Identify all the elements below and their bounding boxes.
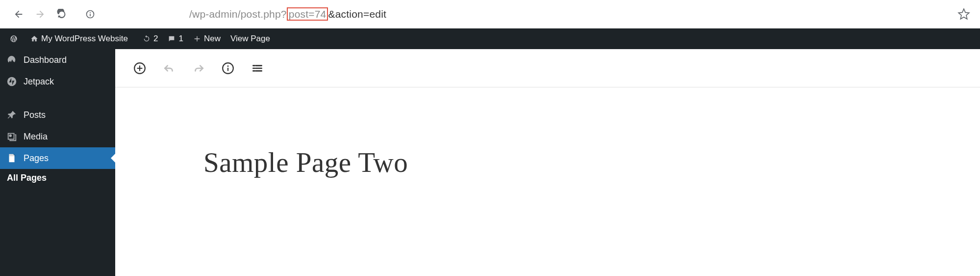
sidebar-item-dashboard[interactable]: Dashboard <box>0 49 115 71</box>
svg-rect-8 <box>227 67 228 71</box>
reload-icon <box>56 9 67 20</box>
update-icon <box>143 33 153 44</box>
sidebar-item-pages[interactable]: Pages <box>0 147 115 169</box>
wp-logo-menu[interactable] <box>5 28 25 49</box>
pages-icon <box>6 152 18 164</box>
site-title: My WordPress Website <box>41 34 128 44</box>
back-button[interactable] <box>10 5 27 23</box>
sidebar-label-media: Media <box>24 132 48 142</box>
dashboard-icon <box>6 54 18 66</box>
info-icon[interactable] <box>84 8 96 20</box>
list-icon <box>251 62 264 75</box>
media-icon <box>6 131 18 142</box>
sidebar-label-posts: Posts <box>24 110 46 120</box>
block-editor: Sample Page Two <box>115 49 980 276</box>
url-text: /wp-admin/post.php?post=74&action=edit <box>189 8 386 20</box>
wp-admin-bar: My WordPress Website 2 1 New View Page <box>0 28 980 49</box>
plus-circle-icon <box>133 62 146 75</box>
updates-count: 2 <box>153 34 158 44</box>
site-name-menu[interactable]: My WordPress Website <box>25 28 133 49</box>
sidebar-label-jetpack: Jetpack <box>24 77 54 87</box>
svg-point-7 <box>227 65 229 67</box>
forward-button[interactable] <box>31 5 49 23</box>
editor-toolbar <box>115 49 980 87</box>
redo-button[interactable] <box>189 58 208 78</box>
view-page-label: View Page <box>230 34 270 44</box>
url-prefix: /wp-admin/post.php? <box>189 8 287 20</box>
wordpress-icon <box>10 33 21 44</box>
new-content-menu[interactable]: New <box>188 28 226 49</box>
svg-rect-2 <box>90 14 91 16</box>
updates-menu[interactable]: 2 <box>138 28 163 49</box>
arrow-right-icon <box>35 9 46 20</box>
info-circle-icon <box>222 62 234 75</box>
svg-point-1 <box>90 12 91 13</box>
address-bar[interactable]: /wp-admin/post.php?post=74&action=edit <box>84 8 957 20</box>
plus-icon <box>193 33 204 44</box>
sidebar-subitem-all-pages[interactable]: All Pages <box>0 169 115 187</box>
url-suffix: &action=edit <box>328 8 386 20</box>
comments-menu[interactable]: 1 <box>163 28 188 49</box>
undo-icon <box>163 62 176 75</box>
view-page-link[interactable]: View Page <box>226 28 275 49</box>
home-icon <box>30 33 41 44</box>
comment-icon <box>168 33 178 44</box>
redo-icon <box>192 62 205 75</box>
star-icon <box>957 8 970 21</box>
svg-point-4 <box>9 134 12 137</box>
sidebar-label-pages: Pages <box>24 153 49 164</box>
url-highlight: post=74 <box>287 7 328 21</box>
main-area: Dashboard Jetpack Posts Media Pages <box>0 49 980 276</box>
jetpack-icon <box>6 76 18 87</box>
sidebar-item-jetpack[interactable]: Jetpack <box>0 71 115 92</box>
admin-sidebar: Dashboard Jetpack Posts Media Pages <box>0 49 115 276</box>
menu-separator <box>0 92 115 104</box>
undo-button[interactable] <box>159 58 179 78</box>
reload-button[interactable] <box>53 5 71 23</box>
arrow-left-icon <box>13 9 24 20</box>
sidebar-label-dashboard: Dashboard <box>24 55 67 65</box>
browser-bar: /wp-admin/post.php?post=74&action=edit <box>0 0 980 28</box>
bookmark-button[interactable] <box>957 8 970 21</box>
sidebar-label-all-pages: All Pages <box>7 173 47 183</box>
sidebar-item-posts[interactable]: Posts <box>0 104 115 126</box>
block-navigation-button[interactable] <box>248 58 267 78</box>
pushpin-icon <box>6 109 18 121</box>
page-title[interactable]: Sample Page Two <box>203 146 892 178</box>
new-label: New <box>204 34 221 44</box>
add-block-button[interactable] <box>130 58 150 78</box>
editor-content[interactable]: Sample Page Two <box>115 87 980 178</box>
svg-point-3 <box>7 77 16 86</box>
sidebar-item-media[interactable]: Media <box>0 126 115 147</box>
content-structure-button[interactable] <box>218 58 238 78</box>
comments-count: 1 <box>178 34 183 44</box>
